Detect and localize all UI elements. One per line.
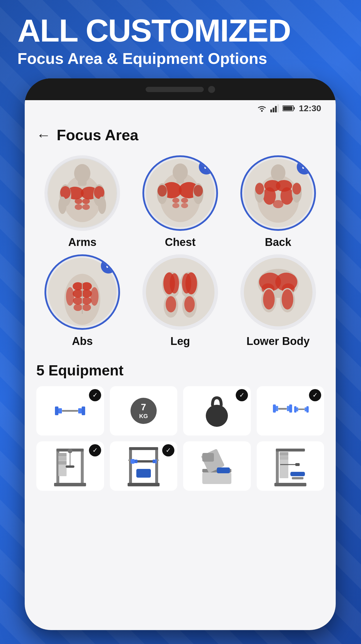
page-title: Focus Area xyxy=(57,126,138,144)
svg-rect-116 xyxy=(129,447,158,450)
focus-area-leg[interactable]: Leg xyxy=(134,254,226,348)
focus-area-grid: Arms ✓ xyxy=(25,150,336,353)
cable-machine-svg xyxy=(54,446,86,486)
svg-point-71 xyxy=(185,272,197,294)
svg-point-57 xyxy=(81,289,92,298)
svg-rect-2 xyxy=(273,108,274,112)
back-label: Back xyxy=(265,236,291,249)
phone-frame: 12:30 ← Focus Area xyxy=(25,78,336,630)
svg-rect-125 xyxy=(136,469,151,478)
svg-rect-122 xyxy=(128,460,130,461)
svg-point-33 xyxy=(172,203,179,208)
svg-rect-120 xyxy=(153,460,156,463)
equipment-title: 5 Equipment xyxy=(36,362,324,379)
svg-rect-93 xyxy=(273,404,276,413)
weight-number: 7 xyxy=(139,402,148,412)
svg-rect-134 xyxy=(280,452,288,456)
svg-rect-6 xyxy=(294,107,295,109)
phone-camera xyxy=(208,86,215,93)
svg-rect-87 xyxy=(55,406,58,415)
svg-rect-124 xyxy=(128,483,160,486)
svg-point-50 xyxy=(255,183,264,195)
svg-rect-127 xyxy=(202,472,231,484)
focus-area-chest[interactable]: ✓ xyxy=(134,155,226,249)
equipment-kettlebell[interactable]: ✓ xyxy=(183,386,251,436)
leg-muscle-illustration xyxy=(145,257,215,327)
svg-point-31 xyxy=(172,198,179,203)
lower-body-circle xyxy=(240,254,316,330)
leg-press-svg xyxy=(201,446,233,486)
focus-area-abs[interactable]: ✓ xyxy=(36,254,128,348)
equipment-smith-machine[interactable]: ✓ xyxy=(110,441,178,491)
smith-machine-check: ✓ xyxy=(162,444,174,456)
svg-rect-91 xyxy=(82,406,85,415)
svg-rect-95 xyxy=(278,408,287,410)
back-button[interactable]: ← xyxy=(36,127,51,143)
svg-point-11 xyxy=(74,164,90,183)
leg-circle xyxy=(142,254,218,330)
svg-rect-114 xyxy=(129,447,132,485)
weight-ball-text: 7 KG xyxy=(139,402,148,419)
svg-rect-107 xyxy=(58,453,67,456)
kettlebell-check: ✓ xyxy=(236,389,248,401)
abs-circle: ✓ xyxy=(44,254,120,330)
svg-rect-97 xyxy=(289,404,292,413)
equipment-leg-press[interactable] xyxy=(183,441,251,491)
equipment-cable-row[interactable] xyxy=(257,441,324,491)
focus-area-arms[interactable]: Arms xyxy=(36,155,128,249)
equipment-dumbbells[interactable]: ✓ xyxy=(257,386,324,436)
status-icons: 12:30 xyxy=(257,103,321,113)
equipment-barbell[interactable]: ✓ xyxy=(36,386,104,436)
svg-rect-136 xyxy=(290,472,305,476)
svg-rect-1 xyxy=(270,109,272,112)
svg-point-75 xyxy=(184,296,195,312)
header-section: ALL CUSTOMIZED Focus Area & Equipment Op… xyxy=(17,15,291,67)
svg-rect-101 xyxy=(305,407,306,411)
barbell-svg xyxy=(53,404,87,418)
phone-speaker xyxy=(146,87,204,92)
svg-point-37 xyxy=(158,185,167,197)
arms-circle xyxy=(44,155,120,231)
svg-rect-88 xyxy=(58,408,62,413)
svg-rect-135 xyxy=(280,456,288,460)
svg-rect-118 xyxy=(131,459,135,464)
svg-point-17 xyxy=(82,204,90,210)
focus-area-lower-body[interactable]: Lower Body xyxy=(232,254,324,348)
svg-point-76 xyxy=(178,283,182,301)
status-time: 12:30 xyxy=(299,103,321,113)
svg-rect-133 xyxy=(280,452,288,478)
svg-rect-89 xyxy=(62,410,78,412)
svg-rect-113 xyxy=(54,483,86,486)
svg-rect-115 xyxy=(155,447,158,485)
svg-rect-104 xyxy=(81,449,84,485)
equipment-grid: ✓ 7 KG xyxy=(36,386,324,491)
svg-rect-109 xyxy=(58,461,67,465)
svg-rect-108 xyxy=(58,457,67,460)
arms-label: Arms xyxy=(68,236,96,249)
phone-top-bar xyxy=(25,78,336,100)
arms-muscle-illustration xyxy=(47,158,117,228)
equipment-cable-machine[interactable]: ✓ xyxy=(36,441,104,491)
svg-rect-94 xyxy=(276,406,278,411)
battery-icon xyxy=(283,105,295,111)
kettlebell-svg xyxy=(204,395,230,427)
smith-machine-svg xyxy=(128,446,160,486)
svg-point-51 xyxy=(292,183,301,195)
cable-row-svg xyxy=(274,446,306,486)
svg-rect-112 xyxy=(66,465,74,468)
focus-area-back[interactable]: ✓ xyxy=(232,155,324,249)
nav-bar: ← Focus Area xyxy=(25,116,336,150)
abs-check-badge: ✓ xyxy=(101,258,116,274)
svg-rect-130 xyxy=(202,453,214,462)
equipment-section: 5 Equipment ✓ xyxy=(25,353,336,499)
svg-point-22 xyxy=(58,197,67,214)
back-check-badge: ✓ xyxy=(297,159,312,175)
svg-point-14 xyxy=(75,198,82,204)
svg-rect-123 xyxy=(157,460,159,461)
svg-rect-100 xyxy=(298,409,305,410)
equipment-weight-ball[interactable]: 7 KG xyxy=(110,386,178,436)
weight-unit: KG xyxy=(139,413,148,419)
svg-rect-4 xyxy=(277,104,279,112)
svg-point-38 xyxy=(194,185,203,197)
svg-rect-90 xyxy=(78,408,82,413)
